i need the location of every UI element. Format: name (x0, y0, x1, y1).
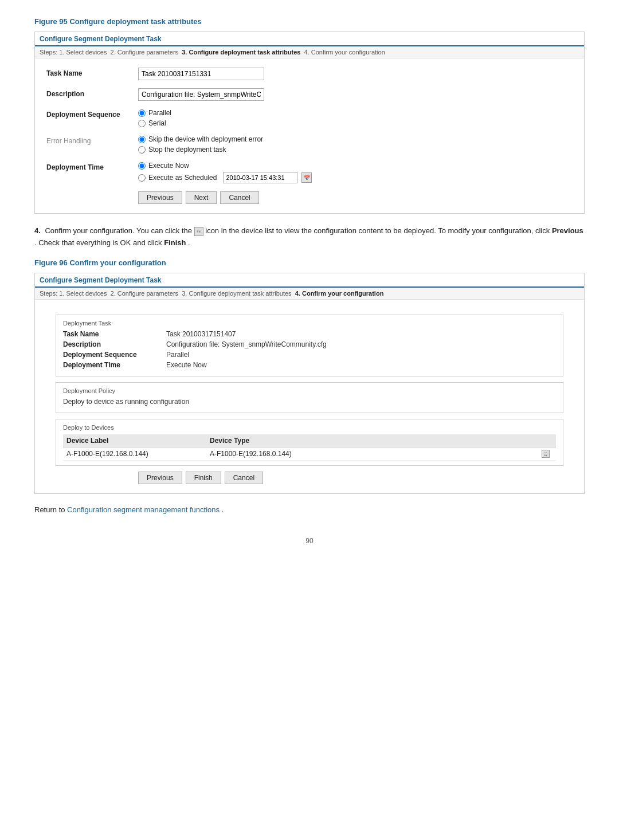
table-row: A-F1000-E(192.168.0.144) A-F1000-E(192.1… (63, 448, 556, 461)
task-name-input[interactable] (138, 68, 264, 80)
active-step-1: 3. Configure deployment task attributes (182, 49, 300, 56)
return-section: Return to Configuration segment manageme… (34, 505, 585, 514)
previous-button-1[interactable]: Previous (138, 191, 182, 204)
return-text: Return to (34, 505, 65, 514)
confirm-dep-time-value: Execute Now (166, 361, 207, 369)
skip-radio[interactable] (138, 136, 146, 143)
execute-now-option[interactable]: Execute Now (138, 162, 312, 170)
col-header-device-label: Device Label (66, 437, 210, 445)
previous-button-2[interactable]: Previous (138, 472, 182, 484)
error-handling-options: Skip the device with deployment error St… (138, 135, 263, 154)
devices-table-header: Device Label Device Type (63, 434, 556, 448)
deployment-sequence-options: Parallel Serial (138, 109, 171, 127)
parallel-option[interactable]: Parallel (138, 109, 171, 117)
view-config-icon: ☷ (194, 227, 203, 236)
link-suffix: . (222, 505, 224, 514)
panel-header-1: Configure Segment Deployment Task (35, 32, 584, 46)
panel-title-1: Configure Segment Deployment Task (40, 35, 161, 43)
confirm-dep-seq-label: Deployment Sequence (63, 351, 166, 359)
deployment-policy-value-row: Deploy to device as running configuratio… (63, 398, 556, 406)
serial-option[interactable]: Serial (138, 119, 171, 127)
deployment-policy-title: Deployment Policy (63, 387, 556, 394)
step4-text-after: icon in the device list to view the conf… (205, 226, 550, 235)
step-number-4: 4. (34, 226, 41, 235)
finish-button[interactable]: Finish (186, 472, 221, 484)
deployment-policy-value: Deploy to device as running configuratio… (63, 398, 189, 406)
step4-finish-bold: Finish (164, 238, 186, 247)
figure95-title: Figure 95 Configure deployment task attr… (34, 17, 585, 26)
buttons-row-2: Previous Finish Cancel (138, 472, 573, 484)
execute-scheduled-label: Execute as Scheduled (148, 174, 217, 182)
confirm-description-label: Description (63, 340, 166, 348)
deploy-devices-section: Deploy to Devices Device Label Device Ty… (56, 419, 563, 466)
confirm-task-name-value: Task 20100317151407 (166, 330, 236, 338)
col-header-device-type: Device Type (210, 437, 539, 445)
page-number: 90 (34, 537, 585, 545)
confirm-description-value: Configuration file: System_snmpWriteComm… (166, 340, 327, 348)
confirm-dep-seq-value: Parallel (166, 351, 189, 359)
step4-text-before: Confirm your configuration. You can clic… (45, 226, 192, 235)
deployment-time-row: Deployment Time Execute Now Execute as S… (46, 162, 573, 183)
panel-title-2: Configure Segment Deployment Task (40, 276, 161, 284)
deployment-time-options: Execute Now Execute as Scheduled 📅 (138, 162, 312, 183)
stop-label: Stop the deployment task (148, 146, 226, 154)
description-label: Description (46, 88, 138, 98)
confirm-dep-time-label: Deployment Time (63, 361, 166, 369)
device-type-cell: A-F1000-E(192.168.0.144) (210, 450, 539, 458)
skip-option[interactable]: Skip the device with deployment error (138, 135, 263, 143)
figure96-title: Figure 96 Confirm your configuration (34, 258, 585, 267)
deployment-sequence-label: Deployment Sequence (46, 109, 138, 119)
stop-option[interactable]: Stop the deployment task (138, 146, 263, 154)
cancel-button-1[interactable]: Cancel (220, 191, 258, 204)
deployment-task-title: Deployment Task (63, 320, 556, 327)
confirm-dep-time-row: Deployment Time Execute Now (63, 361, 556, 369)
skip-label: Skip the device with deployment error (148, 135, 263, 143)
deployment-task-section: Deployment Task Task Name Task 201003171… (56, 315, 563, 376)
deployment-policy-section: Deployment Policy Deploy to device as ru… (56, 382, 563, 413)
error-handling-label: Error Handling (46, 135, 138, 145)
scheduled-datetime-input[interactable] (223, 172, 297, 183)
config-panel-1: Configure Segment Deployment Task Steps:… (34, 32, 585, 214)
description-input[interactable] (138, 88, 264, 101)
execute-now-label: Execute Now (148, 162, 189, 170)
error-handling-row: Error Handling Skip the device with depl… (46, 135, 573, 154)
task-name-label: Task Name (46, 68, 138, 77)
confirm-task-name-row: Task Name Task 20100317151407 (63, 330, 556, 338)
steps-bar-1: Steps: 1. Select devices 2. Configure pa… (35, 46, 584, 58)
deployment-sequence-row: Deployment Sequence Parallel Serial (46, 109, 573, 127)
panel-header-2: Configure Segment Deployment Task (35, 273, 584, 288)
confirm-task-name-label: Task Name (63, 330, 166, 338)
execute-scheduled-radio[interactable] (138, 174, 146, 182)
next-button-1[interactable]: Next (186, 191, 217, 204)
return-link[interactable]: Configuration segment management functio… (67, 505, 220, 514)
confirm-description-row: Description Configuration file: System_s… (63, 340, 556, 348)
device-label-cell: A-F1000-E(192.168.0.144) (66, 450, 210, 458)
row-view-icon[interactable]: ☷ (542, 450, 550, 458)
confirm-dep-seq-row: Deployment Sequence Parallel (63, 351, 556, 359)
steps-bar-2: Steps: 1. Select devices 2. Configure pa… (35, 288, 584, 300)
step4-description: 4. Confirm your configuration. You can c… (34, 225, 585, 249)
cancel-button-2[interactable]: Cancel (225, 472, 263, 484)
parallel-radio[interactable] (138, 109, 146, 117)
buttons-row-1: Previous Next Cancel (138, 191, 573, 204)
step4-text-end: . Check that everything is OK and click (34, 238, 162, 247)
execute-scheduled-option[interactable]: Execute as Scheduled 📅 (138, 172, 312, 183)
config-panel-2: Configure Segment Deployment Task Steps:… (34, 273, 585, 494)
calendar-icon[interactable]: 📅 (301, 172, 312, 183)
execute-now-radio[interactable] (138, 162, 146, 170)
serial-label: Serial (148, 119, 166, 127)
parallel-label: Parallel (148, 109, 171, 117)
stop-radio[interactable] (138, 146, 146, 154)
step4-previous-bold: Previous (552, 226, 583, 235)
serial-radio[interactable] (138, 120, 146, 127)
step4-text-final: . (188, 238, 190, 247)
description-row: Description (46, 88, 573, 101)
deploy-devices-title: Deploy to Devices (63, 424, 556, 431)
deployment-time-label: Deployment Time (46, 162, 138, 171)
task-name-row: Task Name (46, 68, 573, 80)
active-step-2: 4. Confirm your configuration (295, 290, 384, 297)
